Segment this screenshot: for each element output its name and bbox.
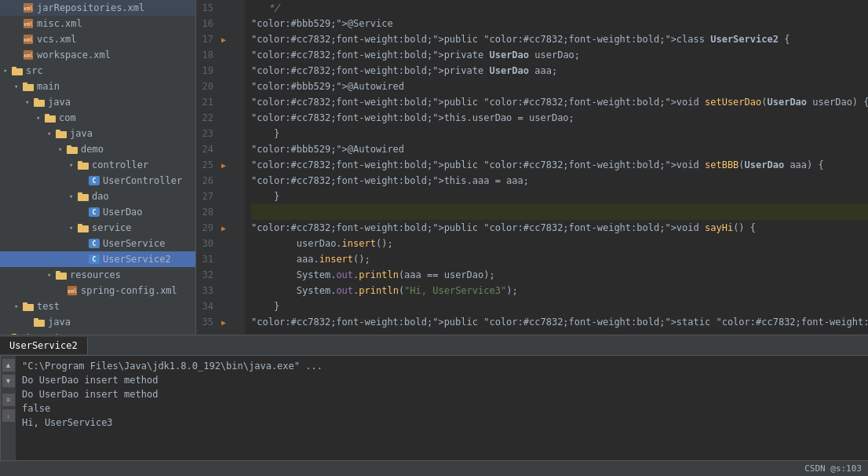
svg-rect-12 [34, 100, 45, 107]
line-number: 24 [196, 141, 218, 157]
svg-rect-33 [34, 318, 38, 320]
tree-arrow-java: ▾ [25, 98, 33, 106]
sidebar-item-UserDao[interactable]: CUserDao [0, 204, 195, 220]
folder-icon [22, 82, 35, 91]
folder-icon [11, 66, 24, 75]
console-side-buttons: ▲ ▼ ≡ ↓ [0, 356, 16, 460]
svg-rect-19 [67, 145, 71, 148]
line-number: 18 [196, 47, 218, 63]
bottom-tabs: UserService2 [0, 335, 868, 356]
line-number: 27 [196, 189, 218, 204]
folder-icon [33, 317, 46, 327]
svg-rect-8 [12, 68, 23, 75]
svg-rect-30 [23, 304, 34, 311]
line-number: 26 [196, 173, 218, 189]
code-line-15: */ [251, 0, 868, 16]
sidebar-item-dao[interactable]: ▾dao [0, 189, 195, 204]
svg-rect-24 [78, 225, 89, 233]
action-button-1[interactable]: ≡ [2, 394, 15, 406]
code-editor[interactable]: */"color:#bbb529;">@Service"color:#cc783… [245, 0, 868, 335]
code-line-22: "color:#cc7832;font-weight:bold;">this.u… [251, 110, 868, 126]
line-number: 30 [196, 236, 218, 251]
sidebar-item-springConfig[interactable]: xmlspring-config.xml [0, 283, 195, 298]
svg-rect-22 [78, 194, 89, 201]
svg-rect-27 [56, 271, 60, 273]
code-line-35: "color:#cc7832;font-weight:bold;">public… [251, 314, 868, 330]
line-number: 23 [196, 126, 218, 141]
file-tree[interactable]: xmljarRepositories.xmlxmlmisc.xmlxmlvcs.… [0, 0, 196, 335]
scroll-up-button[interactable]: ▲ [2, 359, 15, 372]
line-number: 19 [196, 63, 218, 79]
code-line-34: } [251, 298, 868, 314]
gutter-arrow: ▶ [218, 318, 229, 327]
scroll-down-button[interactable]: ▼ [2, 375, 15, 387]
line-numbers-col: 151617▶1819202122232425▶26272829▶3031323… [196, 0, 245, 330]
gutter-arrow: ▶ [218, 161, 229, 170]
sidebar-item-src[interactable]: ▾src [0, 63, 195, 79]
sidebar-label-src: src [26, 65, 43, 76]
gutter-arrow: ▶ [218, 35, 229, 44]
code-line-17: "color:#cc7832;font-weight:bold;">public… [251, 31, 868, 47]
run-tab[interactable]: UserService2 [0, 337, 88, 354]
svg-rect-11 [23, 82, 27, 85]
line-number: 16 [196, 16, 218, 31]
tree-arrow-main: ▾ [14, 82, 22, 90]
sidebar-label-UserDao: UserDao [103, 207, 143, 218]
sidebar-item-UserController[interactable]: CUserController [0, 173, 195, 189]
sidebar-item-com[interactable]: ▾com [0, 110, 195, 126]
sidebar-item-main[interactable]: ▾main [0, 79, 195, 94]
svg-rect-10 [23, 84, 34, 91]
line-number: 34 [196, 298, 218, 314]
svg-rect-15 [45, 114, 49, 116]
tree-arrow-com: ▾ [36, 114, 44, 122]
folder-icon [55, 129, 67, 138]
code-line-26: "color:#cc7832;font-weight:bold;">this.a… [251, 173, 868, 189]
sidebar-item-jarRepositories[interactable]: xmljarRepositories.xml [0, 0, 195, 16]
sidebar-label-misc: misc.xml [37, 18, 82, 29]
sidebar-item-javaTest[interactable]: java [0, 314, 195, 330]
editor-content: 151617▶1819202122232425▶26272829▶3031323… [196, 0, 868, 335]
line-number: 29 [196, 220, 218, 236]
sidebar-item-java[interactable]: ▾java [0, 94, 195, 110]
sidebar-label-java: java [48, 97, 71, 108]
sidebar-item-demo[interactable]: ▾demo [0, 141, 195, 157]
sidebar-label-service: service [92, 222, 132, 233]
code-line-30: userDao.insert(); [251, 236, 868, 251]
sidebar-item-vcs[interactable]: xmlvcs.xml [0, 31, 195, 47]
bottom-panel: UserService2 ▲ ▼ ≡ ↓ "C:\Program Files\J… [0, 335, 868, 460]
folder-icon [66, 145, 78, 154]
svg-rect-31 [23, 302, 27, 305]
xml-file-icon: xml [22, 35, 35, 44]
sidebar-item-controller[interactable]: ▾controller [0, 157, 195, 173]
code-line-23: } [251, 126, 868, 141]
sidebar-item-workspace[interactable]: xmlworkspace.xml [0, 47, 195, 63]
svg-rect-18 [67, 147, 78, 154]
sidebar-label-java2: java [70, 128, 93, 139]
sidebar-item-resources[interactable]: ▾resources [0, 267, 195, 283]
line-number: 28 [196, 204, 218, 220]
action-button-2[interactable]: ↓ [2, 409, 15, 422]
status-text: CSDN @s:103 [804, 463, 862, 474]
sidebar-item-java2[interactable]: ▾java [0, 126, 195, 141]
tree-arrow-test: ▾ [14, 302, 22, 310]
sidebar-item-service[interactable]: ▾service [0, 220, 195, 236]
sidebar-item-UserService[interactable]: CUserService [0, 236, 195, 251]
sidebar-label-resources: resources [70, 269, 121, 280]
sidebar-item-UserService2[interactable]: CUserService2 [0, 251, 195, 267]
code-line-33: System.out.println("Hi, UserService3"); [251, 283, 868, 298]
sidebar-item-test[interactable]: ▾test [0, 298, 195, 314]
main-area: xmljarRepositories.xmlxmlmisc.xmlxmlvcs.… [0, 0, 868, 335]
console-line: Hi, UserService3 [22, 416, 862, 430]
code-line-18: "color:#cc7832;font-weight:bold;">privat… [251, 47, 868, 63]
svg-rect-16 [56, 131, 67, 138]
line-number: 35 [196, 314, 218, 330]
sidebar-item-misc[interactable]: xmlmisc.xml [0, 16, 195, 31]
sidebar-label-jarRepositories: jarRepositories.xml [37, 2, 144, 13]
sidebar-label-vcs: vcs.xml [37, 34, 77, 45]
console-line: "C:\Program Files\Java\jdk1.8.0_192\bin\… [22, 359, 862, 373]
sidebar-label-test: test [37, 301, 60, 312]
code-line-27: } [251, 189, 868, 204]
sidebar-label-UserService: UserService [103, 238, 165, 249]
xml-file-icon: xml [22, 50, 35, 60]
line-number: 20 [196, 79, 218, 94]
